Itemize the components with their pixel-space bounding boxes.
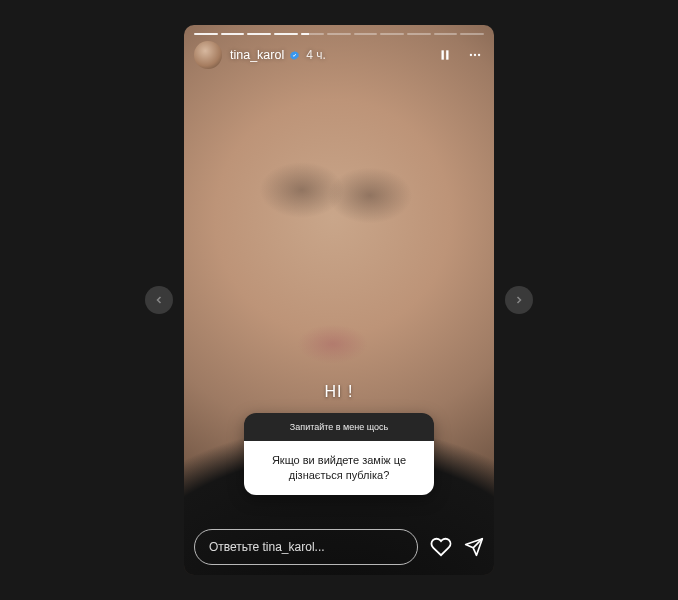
progress-segment xyxy=(221,33,245,35)
verified-badge-icon xyxy=(289,50,300,61)
progress-segment xyxy=(380,33,404,35)
qa-question: Якщо ви вийдете заміж це дізнається публ… xyxy=(244,441,434,495)
next-story-button[interactable] xyxy=(505,286,533,314)
avatar[interactable] xyxy=(194,41,222,69)
svg-point-4 xyxy=(478,54,480,56)
svg-point-2 xyxy=(470,54,472,56)
progress-segment xyxy=(301,33,325,35)
username[interactable]: tina_karol xyxy=(230,48,284,62)
svg-point-3 xyxy=(474,54,476,56)
prev-story-button[interactable] xyxy=(145,286,173,314)
story-time: 4 ч. xyxy=(306,48,326,62)
progress-segment xyxy=(274,33,298,35)
qa-prompt: Запитайте в мене щось xyxy=(244,413,434,441)
story-answer-text: НІ ! xyxy=(184,383,494,401)
progress-segment xyxy=(327,33,351,35)
reply-input[interactable] xyxy=(194,529,418,565)
story-progress-bar[interactable] xyxy=(194,33,484,35)
progress-segment xyxy=(247,33,271,35)
like-button[interactable] xyxy=(430,536,452,558)
progress-segment xyxy=(354,33,378,35)
share-button[interactable] xyxy=(464,537,484,557)
qa-sticker[interactable]: Запитайте в мене щось Якщо ви вийдете за… xyxy=(244,413,434,495)
story-header: tina_karol 4 ч. xyxy=(194,41,484,69)
svg-rect-0 xyxy=(442,50,444,59)
more-options-icon[interactable] xyxy=(466,48,484,62)
svg-rect-1 xyxy=(446,50,448,59)
story-footer xyxy=(194,529,484,565)
progress-segment xyxy=(407,33,431,35)
progress-segment xyxy=(460,33,484,35)
story-frame: tina_karol 4 ч. НІ ! Запитайте в мене що… xyxy=(184,25,494,575)
progress-segment xyxy=(434,33,458,35)
pause-icon[interactable] xyxy=(438,48,452,62)
progress-segment xyxy=(194,33,218,35)
